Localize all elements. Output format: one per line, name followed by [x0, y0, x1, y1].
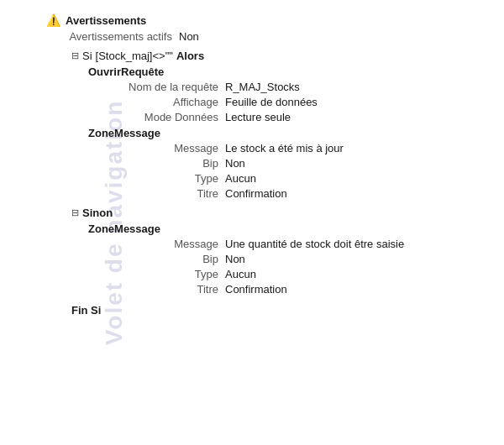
- zone-message-then-label-2: Type: [88, 172, 218, 185]
- zone-message-then-row-1: Bip Non: [88, 157, 487, 170]
- zone-message-then-value-1: Non: [225, 157, 245, 170]
- si-collapse-icon[interactable]: ⊟: [71, 50, 79, 61]
- open-request-label-2: Mode Données: [88, 111, 218, 123]
- zone-message-sinon-label-1: Bip: [88, 253, 218, 265]
- zone-message-then-row-0: Message Le stock a été mis à jour: [88, 142, 487, 154]
- main-content: ⚠️ Avertissements Avertissements actifs …: [0, 0, 504, 325]
- warning-icon: ⚠️: [46, 13, 60, 27]
- open-request-label-1: Affichage: [88, 96, 218, 108]
- open-request-value-0: R_MAJ_Stocks: [225, 81, 300, 93]
- open-request-title: OuvrirRequête: [88, 65, 487, 78]
- sinon-keyword: Sinon: [82, 207, 113, 219]
- zone-message-sinon-row-2: Type Aucun: [88, 268, 487, 280]
- open-request-row-2: Mode Données Lecture seule: [88, 111, 487, 123]
- zone-message-then-value-2: Aucun: [225, 172, 256, 185]
- zone-message-then-label-1: Bip: [88, 157, 218, 170]
- open-request-section: OuvrirRequête Nom de la requête R_MAJ_St…: [46, 65, 487, 123]
- zone-message-sinon-value-1: Non: [225, 253, 245, 265]
- open-request-row-0: Nom de la requête R_MAJ_Stocks: [88, 81, 487, 93]
- si-keyword: Si: [82, 50, 92, 62]
- zone-message-sinon-label-3: Titre: [88, 283, 218, 296]
- zone-message-then-title: ZoneMessage: [88, 127, 487, 139]
- open-request-value-1: Feuille de données: [225, 96, 318, 108]
- zone-message-sinon-row-0: Message Une quantité de stock doit être …: [88, 238, 487, 250]
- zone-message-then-label-3: Titre: [88, 187, 218, 200]
- zone-message-sinon-section: ZoneMessage Message Une quantité de stoc…: [46, 222, 487, 296]
- warnings-active-label: Avertissements actifs: [63, 30, 172, 43]
- zone-message-then-section: ZoneMessage Message Le stock a été mis à…: [46, 127, 487, 200]
- zone-message-then-value-0: Le stock a été mis à jour: [225, 142, 344, 154]
- zone-message-sinon-label-2: Type: [88, 268, 218, 280]
- warnings-section-header: ⚠️ Avertissements: [46, 13, 487, 27]
- zone-message-then-label-0: Message: [88, 142, 218, 154]
- zone-message-then-row-3: Titre Confirmation: [88, 187, 487, 200]
- sinon-block: ⊟ Sinon ZoneMessage Message Une quantité…: [46, 207, 487, 296]
- zone-message-then-row-2: Type Aucun: [88, 172, 487, 185]
- fin-si-label: Fin Si: [46, 304, 487, 317]
- sinon-block-header: ⊟ Sinon: [46, 207, 487, 219]
- si-block-header: ⊟ Si [Stock_maj]<>"" Alors: [46, 50, 487, 62]
- zone-message-sinon-title: ZoneMessage: [88, 222, 487, 235]
- zone-message-sinon-value-2: Aucun: [225, 268, 256, 280]
- warnings-title: Avertissements: [66, 14, 146, 27]
- zone-message-sinon-value-0: Une quantité de stock doit être saisie: [225, 238, 404, 250]
- open-request-row-1: Affichage Feuille de données: [88, 96, 487, 108]
- open-request-value-2: Lecture seule: [225, 111, 291, 123]
- zone-message-then-value-3: Confirmation: [225, 187, 287, 200]
- si-then-keyword: Alors: [176, 50, 204, 62]
- zone-message-sinon-value-3: Confirmation: [225, 283, 287, 296]
- si-condition: [Stock_maj]<>"": [96, 50, 173, 62]
- zone-message-sinon-row-3: Titre Confirmation: [88, 283, 487, 296]
- zone-message-sinon-label-0: Message: [88, 238, 218, 250]
- sinon-collapse-icon[interactable]: ⊟: [71, 207, 79, 218]
- zone-message-sinon-row-1: Bip Non: [88, 253, 487, 265]
- warnings-active-row: Avertissements actifs Non: [46, 30, 487, 43]
- warnings-active-value: Non: [179, 30, 199, 43]
- open-request-label-0: Nom de la requête: [88, 81, 218, 93]
